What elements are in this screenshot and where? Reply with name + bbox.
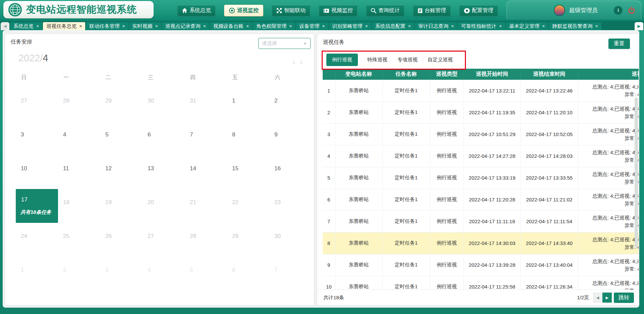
calendar-day-selected[interactable]: 17 共有18条任务 xyxy=(16,189,58,223)
table-row[interactable]: 9东善桥站定时任务1例行巡视2022-04-17 13:39:282022-04… xyxy=(323,254,639,276)
table-row-highlighted[interactable]: 8东善桥站定时任务1例行巡视2022-04-17 14:30:032022-04… xyxy=(323,232,639,254)
calendar-day[interactable]: 15 xyxy=(227,155,269,189)
calendar-day[interactable]: 11 xyxy=(58,155,100,189)
close-icon[interactable]: × xyxy=(365,24,368,28)
close-icon[interactable]: × xyxy=(155,24,158,28)
nav-config-management[interactable]: 配置管理 xyxy=(459,5,498,16)
tab-scroll-left-icon[interactable]: ◀ xyxy=(1,22,9,30)
tab-silent-monitor-alarm[interactable]: 静默监视告警查询× xyxy=(549,22,601,30)
calendar-day[interactable]: 20 xyxy=(143,189,185,223)
calendar-day[interactable]: 28 xyxy=(58,87,100,121)
table-row[interactable]: 6东善桥站定时任务1例行巡视2022-04-17 11:20:282022-04… xyxy=(323,189,639,210)
calendar-prev-icon[interactable]: ‹ xyxy=(292,57,295,67)
calendar-day[interactable]: 10 xyxy=(16,155,58,189)
close-icon[interactable]: × xyxy=(499,24,502,28)
tab-recognition-strategy[interactable]: 识别策略管理× xyxy=(329,22,371,30)
calendar-day[interactable]: 3 xyxy=(100,257,143,291)
calendar-day[interactable]: 31 xyxy=(185,87,227,121)
table-row[interactable]: 4东善桥站定时任务1例行巡视2022-04-17 14:27:282022-04… xyxy=(323,145,639,167)
calendar-day[interactable]: 22 xyxy=(227,189,269,223)
close-icon[interactable]: × xyxy=(322,24,325,28)
tab-system-overview[interactable]: 系统总览× xyxy=(10,22,42,30)
jump-button[interactable]: 跳转 xyxy=(614,293,634,303)
close-icon[interactable]: × xyxy=(408,24,411,28)
calendar-day[interactable]: 18 xyxy=(58,189,100,223)
calendar-day[interactable]: 12 xyxy=(100,155,143,189)
calendar-day[interactable]: 16 xyxy=(269,155,312,189)
calendar-day[interactable]: 9 xyxy=(269,121,312,155)
calendar-day[interactable]: 13 xyxy=(143,155,185,189)
nav-system-overview[interactable]: 系统总览 xyxy=(177,5,216,16)
calendar-day[interactable]: 28 xyxy=(185,223,227,257)
calendar-day[interactable]: 3 xyxy=(16,121,58,155)
calendar-day[interactable]: 5 xyxy=(185,257,227,291)
calendar-day[interactable]: 27 xyxy=(16,87,58,121)
page-next-icon[interactable]: ▶ xyxy=(602,293,612,303)
tab-realtime-video[interactable]: 实时视频× xyxy=(129,22,161,30)
close-icon[interactable]: × xyxy=(79,24,82,28)
calendar-day[interactable]: 6 xyxy=(227,257,269,291)
schedule-select[interactable]: 请选择 ▼ xyxy=(258,38,311,49)
calendar-day[interactable]: 25 xyxy=(58,223,100,257)
calendar-day[interactable]: 4 xyxy=(143,257,185,291)
table-row[interactable]: 10东善桥站定时任务1例行巡视2022-04-17 11:25:582022-0… xyxy=(323,276,639,290)
close-icon[interactable]: × xyxy=(36,24,39,28)
calendar-day[interactable]: 24 xyxy=(16,223,58,257)
page-prev-icon[interactable]: ◀ xyxy=(593,293,602,303)
tab-audit-log-query[interactable]: 审计日志查询× xyxy=(415,22,457,30)
calendar-day[interactable]: 30 xyxy=(143,87,185,121)
close-icon[interactable]: × xyxy=(542,24,545,28)
type-tab-special[interactable]: 特殊巡视 xyxy=(367,54,388,66)
type-tab-routine[interactable]: 例行巡视 xyxy=(326,54,358,66)
tab-role-permission[interactable]: 角色权限管理× xyxy=(253,22,295,30)
nav-inspection-monitor[interactable]: 巡视监控 xyxy=(224,5,263,16)
tab-video-device-ledger[interactable]: 视频设备台账× xyxy=(210,22,252,30)
tab-device-management[interactable]: 设备管理× xyxy=(296,22,328,30)
reset-button[interactable]: 重置 xyxy=(608,39,630,49)
table-row[interactable]: 7东善桥站定时任务1例行巡视2022-04-17 11:11:182022-04… xyxy=(323,210,639,232)
tab-linkage-task[interactable]: 联动任务管理× xyxy=(86,22,128,30)
power-icon[interactable] xyxy=(627,6,636,15)
nav-video-monitor[interactable]: 视频监控 xyxy=(319,5,358,16)
close-icon[interactable]: × xyxy=(203,24,206,28)
calendar-day[interactable]: 29 xyxy=(227,223,269,257)
tab-inspection-point-records[interactable]: 巡视点记录查询× xyxy=(162,22,209,30)
nav-query-stats[interactable]: 查询统计 xyxy=(366,5,405,16)
calendar-day[interactable]: 1 xyxy=(16,257,58,291)
calendar-day[interactable]: 6 xyxy=(143,121,185,155)
calendar-day[interactable]: 29 xyxy=(100,87,143,121)
calendar-day[interactable]: 5 xyxy=(100,121,143,155)
tab-basic-definition[interactable]: 基本定义管理× xyxy=(506,22,548,30)
calendar-day[interactable]: 27 xyxy=(143,223,185,257)
close-icon[interactable]: × xyxy=(451,24,454,28)
table-scrollbar[interactable] xyxy=(635,98,638,248)
calendar-day[interactable]: 21 xyxy=(185,189,227,223)
table-row[interactable]: 5东善桥站定时任务1例行巡视2022-04-17 13:33:192022-04… xyxy=(323,167,639,189)
tab-inspection-task-overview[interactable]: 巡视任务总览× xyxy=(43,22,85,30)
calendar-day[interactable]: 4 xyxy=(58,121,100,155)
close-icon[interactable]: × xyxy=(246,24,249,28)
info-icon[interactable]: i xyxy=(614,6,623,15)
table-row[interactable]: 3东善桥站定时任务1例行巡视2022-04-17 10:51:292022-04… xyxy=(323,123,639,145)
tab-system-info-config[interactable]: 系统信息配置× xyxy=(372,22,414,30)
calendar-day[interactable]: 14 xyxy=(185,155,227,189)
tab-scroll-right-icon[interactable]: ▶ xyxy=(635,22,643,30)
type-tab-custom[interactable]: 自定义巡视 xyxy=(427,54,453,66)
table-row[interactable]: 1东善桥站定时任务1例行巡视2022-04-17 13:22:112022-04… xyxy=(323,80,639,102)
calendar-day[interactable]: 19 xyxy=(100,189,143,223)
calendar-day[interactable]: 26 xyxy=(100,223,143,257)
table-row[interactable]: 2东善桥站定时任务1例行巡视2022-04-17 11:19:352022-04… xyxy=(323,102,639,123)
type-tab-dedicated[interactable]: 专项巡视 xyxy=(397,54,418,66)
calendar-day[interactable]: 8 xyxy=(227,121,269,155)
calendar-day[interactable]: 7 xyxy=(269,257,312,291)
nav-ledger-management[interactable]: 台账管理 xyxy=(413,5,451,16)
close-icon[interactable]: × xyxy=(122,24,125,28)
calendar-day[interactable]: 1 xyxy=(227,87,269,121)
nav-smart-linkage[interactable]: 智能联动 xyxy=(272,5,310,16)
tab-reliability-stats[interactable]: 可靠性指标统计× xyxy=(458,22,505,30)
calendar-day[interactable]: 7 xyxy=(185,121,227,155)
calendar-day[interactable]: 30 xyxy=(269,223,312,257)
calendar-next-icon[interactable]: › xyxy=(300,57,303,67)
close-icon[interactable]: × xyxy=(289,24,292,28)
avatar[interactable] xyxy=(554,5,565,16)
